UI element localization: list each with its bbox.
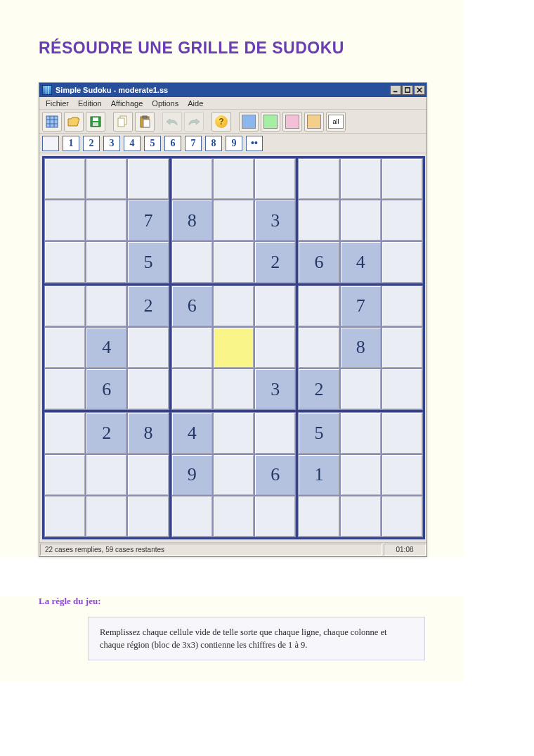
sudoku-cell[interactable] — [382, 159, 422, 199]
num-button-1[interactable]: 1 — [63, 136, 79, 151]
sudoku-cell[interactable] — [172, 369, 212, 409]
num-button-8[interactable]: 8 — [205, 136, 222, 151]
sudoku-cell[interactable] — [45, 496, 85, 537]
num-button-blank[interactable] — [42, 136, 59, 151]
copy-button[interactable] — [113, 112, 133, 132]
sudoku-cell[interactable] — [341, 200, 381, 241]
sudoku-cell[interactable]: 4 — [172, 413, 212, 453]
num-button-3[interactable]: 3 — [103, 136, 120, 151]
sudoku-cell[interactable]: 2 — [128, 286, 168, 326]
sudoku-cell[interactable] — [341, 159, 381, 199]
sudoku-cell[interactable]: 6 — [255, 455, 295, 495]
sudoku-cell[interactable] — [45, 328, 85, 368]
sudoku-cell[interactable]: 8 — [341, 328, 381, 368]
sudoku-cell[interactable] — [299, 286, 339, 326]
sudoku-cell[interactable] — [214, 242, 254, 282]
sudoku-cell[interactable] — [172, 496, 212, 537]
sudoku-cell[interactable] — [86, 159, 126, 199]
sudoku-cell[interactable] — [341, 455, 381, 495]
sudoku-cell[interactable] — [299, 200, 339, 241]
sudoku-cell[interactable] — [128, 159, 168, 199]
sudoku-cell[interactable] — [299, 159, 339, 199]
sudoku-cell[interactable] — [382, 328, 422, 368]
sudoku-cell[interactable] — [128, 328, 168, 368]
sudoku-cell[interactable] — [341, 413, 381, 453]
sudoku-cell[interactable] — [128, 455, 168, 495]
sudoku-cell[interactable] — [45, 413, 85, 453]
paste-button[interactable] — [135, 112, 155, 132]
sudoku-cell[interactable] — [255, 496, 295, 537]
highlight-green-button[interactable] — [261, 112, 280, 132]
sudoku-cell[interactable] — [45, 369, 85, 409]
sudoku-cell[interactable]: 5 — [128, 242, 168, 282]
sudoku-cell[interactable]: 7 — [341, 286, 381, 326]
sudoku-cell[interactable] — [45, 455, 85, 495]
sudoku-cell[interactable] — [128, 496, 168, 537]
sudoku-cell[interactable] — [299, 496, 339, 537]
sudoku-cell[interactable] — [214, 328, 254, 368]
sudoku-cell[interactable] — [341, 496, 381, 537]
sudoku-cell[interactable] — [382, 369, 422, 409]
sudoku-cell[interactable]: 9 — [172, 455, 212, 495]
sudoku-cell[interactable] — [299, 328, 339, 368]
highlight-all-button[interactable]: all — [326, 112, 346, 132]
sudoku-cell[interactable] — [172, 159, 212, 199]
sudoku-cell[interactable] — [86, 242, 126, 282]
minimize-button[interactable] — [390, 85, 401, 95]
sudoku-cell[interactable]: 6 — [299, 242, 339, 282]
sudoku-cell[interactable] — [172, 242, 212, 282]
sudoku-cell[interactable] — [214, 413, 254, 453]
redo-button[interactable] — [184, 112, 204, 132]
sudoku-cell[interactable] — [382, 242, 422, 282]
sudoku-cell[interactable] — [214, 369, 254, 409]
sudoku-cell[interactable]: 5 — [299, 413, 339, 453]
sudoku-cell[interactable] — [45, 159, 85, 199]
sudoku-cell[interactable]: 4 — [86, 328, 126, 368]
sudoku-cell[interactable]: 4 — [341, 242, 381, 282]
sudoku-cell[interactable]: 2 — [299, 369, 339, 409]
sudoku-cell[interactable]: 3 — [255, 200, 295, 241]
sudoku-cell[interactable] — [128, 369, 168, 409]
num-button-dots[interactable]: •• — [246, 136, 263, 151]
sudoku-cell[interactable] — [382, 455, 422, 495]
sudoku-cell[interactable] — [341, 369, 381, 409]
num-button-6[interactable]: 6 — [164, 136, 181, 151]
sudoku-cell[interactable]: 8 — [128, 413, 168, 453]
highlight-pink-button[interactable] — [282, 112, 302, 132]
highlight-blue-button[interactable] — [239, 112, 259, 132]
save-button[interactable] — [86, 112, 105, 132]
highlight-orange-button[interactable] — [304, 112, 324, 132]
sudoku-cell[interactable]: 1 — [299, 455, 339, 495]
sudoku-cell[interactable]: 2 — [86, 413, 126, 453]
num-button-4[interactable]: 4 — [124, 136, 141, 151]
sudoku-cell[interactable] — [214, 200, 254, 241]
sudoku-cell[interactable]: 6 — [172, 286, 212, 326]
close-button[interactable] — [414, 85, 425, 95]
menu-aide[interactable]: Aide — [184, 98, 207, 108]
maximize-button[interactable] — [402, 85, 413, 95]
sudoku-cell[interactable]: 3 — [255, 369, 295, 409]
menu-fichier[interactable]: Fichier — [42, 98, 72, 108]
sudoku-cell[interactable] — [86, 286, 126, 326]
new-grid-button[interactable] — [42, 112, 62, 132]
sudoku-cell[interactable] — [382, 200, 422, 241]
num-button-7[interactable]: 7 — [185, 136, 202, 151]
sudoku-cell[interactable] — [382, 413, 422, 453]
sudoku-cell[interactable] — [214, 496, 254, 537]
num-button-9[interactable]: 9 — [226, 136, 242, 151]
sudoku-cell[interactable] — [45, 200, 85, 241]
num-button-2[interactable]: 2 — [83, 136, 100, 151]
sudoku-cell[interactable]: 6 — [86, 369, 126, 409]
menu-affichage[interactable]: Affichage — [108, 98, 147, 108]
sudoku-cell[interactable] — [214, 455, 254, 495]
sudoku-cell[interactable] — [255, 159, 295, 199]
sudoku-cell[interactable]: 7 — [128, 200, 168, 241]
num-button-5[interactable]: 5 — [144, 136, 161, 151]
sudoku-cell[interactable] — [214, 159, 254, 199]
sudoku-cell[interactable] — [382, 496, 422, 537]
sudoku-cell[interactable] — [86, 496, 126, 537]
sudoku-cell[interactable] — [255, 328, 295, 368]
sudoku-cell[interactable] — [86, 455, 126, 495]
sudoku-cell[interactable] — [214, 286, 254, 326]
sudoku-cell[interactable] — [86, 200, 126, 241]
